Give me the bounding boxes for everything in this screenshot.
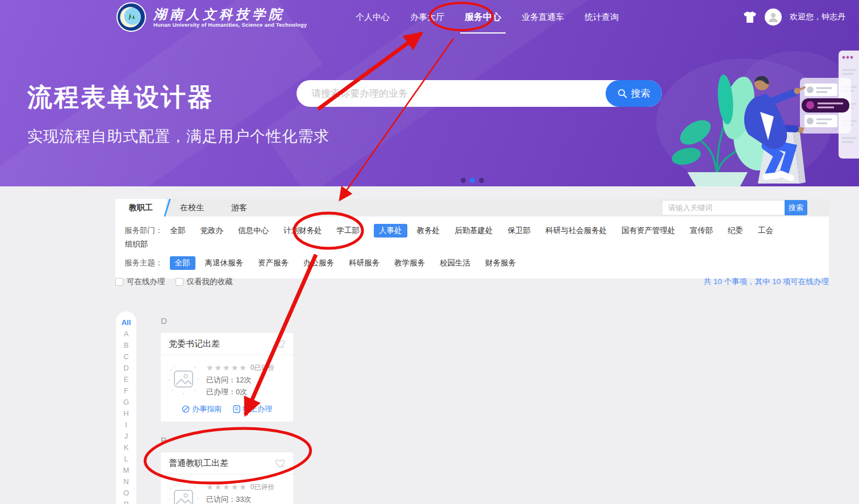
hero-search-bar: 搜索 [297, 80, 662, 107]
alpha-item[interactable]: M [116, 465, 136, 476]
dept-item[interactable]: 后勤基建处 [454, 224, 494, 238]
theme-item[interactable]: 资产服务 [257, 256, 289, 270]
card-body: ★★★★★ 0已评价 已访问：12次 已办理：0次 [161, 355, 293, 399]
university-logo[interactable]: 湖南人文科技学院 Hunan University of Humanities,… [116, 2, 307, 32]
dept-item[interactable]: 工会 [757, 224, 774, 238]
dept-item-all[interactable]: 全部 [170, 224, 186, 238]
identity-tabs: 教职工 在校生 游客 搜索 [115, 199, 829, 216]
nav-item-statistics[interactable]: 统计查询 [585, 12, 619, 23]
theme-filter-label: 服务主题： [124, 258, 163, 268]
card-title: 党委书记出差 [169, 339, 220, 349]
nav-item-personal-center[interactable]: 个人中心 [356, 12, 390, 23]
avatar[interactable] [765, 9, 782, 26]
keyword-search-button[interactable]: 搜索 [785, 200, 807, 215]
section-letter-p: P [161, 435, 293, 445]
image-placeholder-icon [166, 481, 201, 504]
avatar-person-icon [767, 11, 779, 23]
alpha-item[interactable]: K [116, 442, 136, 453]
dept-item[interactable]: 学工部 [336, 224, 361, 238]
guide-link[interactable]: 办事指南 [182, 404, 222, 414]
dept-item[interactable]: 纪委 [727, 224, 744, 238]
carousel-dot[interactable] [461, 178, 466, 183]
theme-item[interactable]: 科研服务 [348, 256, 380, 270]
alpha-item[interactable]: B [116, 340, 136, 351]
card-header: 普通教职工出差 [161, 452, 293, 474]
theme-item[interactable]: 办公服务 [303, 256, 335, 270]
nav-item-business-express[interactable]: 业务直通车 [522, 12, 564, 23]
alpha-item[interactable]: H [116, 408, 136, 419]
image-placeholder-icon [166, 362, 201, 396]
rating-stars: ★★★★★ [206, 362, 248, 374]
guide-link-label: 办事指南 [192, 404, 222, 414]
nav-item-service-center[interactable]: 服务中心 [465, 11, 501, 23]
dept-item[interactable]: 党政办 [200, 224, 224, 238]
alpha-item[interactable]: I [116, 419, 136, 431]
alpha-item-all[interactable]: All [116, 317, 136, 328]
favorite-heart-icon[interactable] [275, 340, 285, 349]
checkbox-online[interactable]: 可在线办理 [115, 277, 165, 287]
alpha-item[interactable]: D [116, 363, 136, 374]
dept-item[interactable]: 宣传部 [690, 224, 714, 238]
department-filter-row: 服务部门： 全部 党政办 信息中心 计划财务处 学工部 人事处 教务处 后勤基建… [124, 224, 820, 251]
checkbox-favorite[interactable]: 仅看我的收藏 [176, 277, 233, 287]
alpha-item[interactable]: P [116, 499, 136, 504]
hero-search-input[interactable] [297, 80, 603, 107]
dept-item[interactable]: 计划财务处 [283, 224, 323, 238]
dept-item-renshichu-selected[interactable]: 人事处 [374, 224, 407, 238]
hero-illustration [653, 43, 859, 186]
tab-staff[interactable]: 教职工 [115, 199, 166, 216]
alpha-item[interactable]: A [116, 328, 136, 340]
alpha-item[interactable]: J [116, 431, 136, 442]
alpha-item[interactable]: O [116, 488, 136, 499]
carousel-dot[interactable] [479, 178, 484, 183]
online-handle-link[interactable]: 线上办理 [233, 404, 272, 414]
card-header: 党委书记出差 [161, 333, 293, 355]
filter-body: 服务部门： 全部 党政办 信息中心 计划财务处 学工部 人事处 教务处 后勤基建… [115, 216, 829, 278]
theme-item-all-selected[interactable]: 全部 [170, 256, 195, 270]
dept-item[interactable]: 信息中心 [237, 224, 269, 238]
alpha-item[interactable]: C [116, 351, 136, 363]
card-body: ★★★★★ 0已评价 已访问：33次 已办理：0次 [161, 474, 293, 504]
section-letter-d: D [161, 316, 293, 326]
guide-icon [182, 405, 190, 413]
checkbox-online-label: 可在线办理 [127, 277, 165, 287]
tab-visitor[interactable]: 游客 [218, 199, 261, 216]
user-area: 欢迎您，钟志丹 [743, 0, 845, 34]
alpha-item[interactable]: L [116, 453, 136, 465]
handled-count: 已办理：0次 [206, 386, 274, 398]
alpha-item[interactable]: F [116, 385, 136, 397]
keyword-input[interactable] [662, 200, 785, 215]
checkboxes: 可在线办理 仅看我的收藏 [115, 277, 233, 287]
service-card-putongjiaozhigong[interactable]: 普通教职工出差 ★★★★★ 0已评价 [161, 452, 293, 504]
favorite-heart-icon[interactable] [275, 459, 285, 468]
theme-item[interactable]: 离退休服务 [205, 256, 244, 270]
checkbox-favorite-box[interactable] [176, 278, 184, 286]
main-nav: 个人中心 办事大厅 服务中心 业务直通车 统计查询 [356, 0, 619, 34]
dept-item[interactable]: 组织部 [124, 238, 149, 251]
alphabet-index: All A B C D E F G H I J K L M N O P [116, 311, 136, 504]
alpha-item[interactable]: E [116, 374, 136, 385]
card-actions: 办事指南 线上办理 [161, 399, 293, 422]
theme-item[interactable]: 财务服务 [485, 256, 516, 270]
hero-subtitle: 实现流程自助式配置，满足用户个性化需求 [27, 126, 330, 147]
card-meta: ★★★★★ 0已评价 已访问：12次 已办理：0次 [206, 362, 274, 398]
tab-student[interactable]: 在校生 [166, 199, 218, 216]
top-navigation-bar: 湖南人文科技学院 Hunan University of Humanities,… [0, 0, 859, 34]
keyword-search: 搜索 [662, 200, 807, 215]
tshirt-theme-icon[interactable] [743, 11, 757, 23]
alpha-item[interactable]: G [116, 397, 136, 408]
alpha-item[interactable]: N [116, 476, 136, 488]
dept-item[interactable]: 科研与社会服务处 [545, 224, 607, 238]
online-handle-icon [233, 405, 240, 413]
dept-item[interactable]: 教务处 [416, 224, 441, 238]
service-card-dangweishuji[interactable]: 党委书记出差 ★★★★★ 0已评价 [161, 333, 293, 422]
dept-item[interactable]: 国有资产管理处 [621, 224, 676, 238]
theme-item[interactable]: 校园生活 [439, 256, 471, 270]
theme-item[interactable]: 教学服务 [394, 256, 426, 270]
dept-item[interactable]: 保卫部 [507, 224, 532, 238]
card-meta: ★★★★★ 0已评价 已访问：33次 已办理：0次 [206, 481, 274, 504]
search-icon [618, 89, 627, 98]
nav-item-service-hall[interactable]: 办事大厅 [410, 12, 444, 23]
carousel-dot-active[interactable] [470, 178, 475, 183]
checkbox-online-box[interactable] [115, 278, 123, 286]
